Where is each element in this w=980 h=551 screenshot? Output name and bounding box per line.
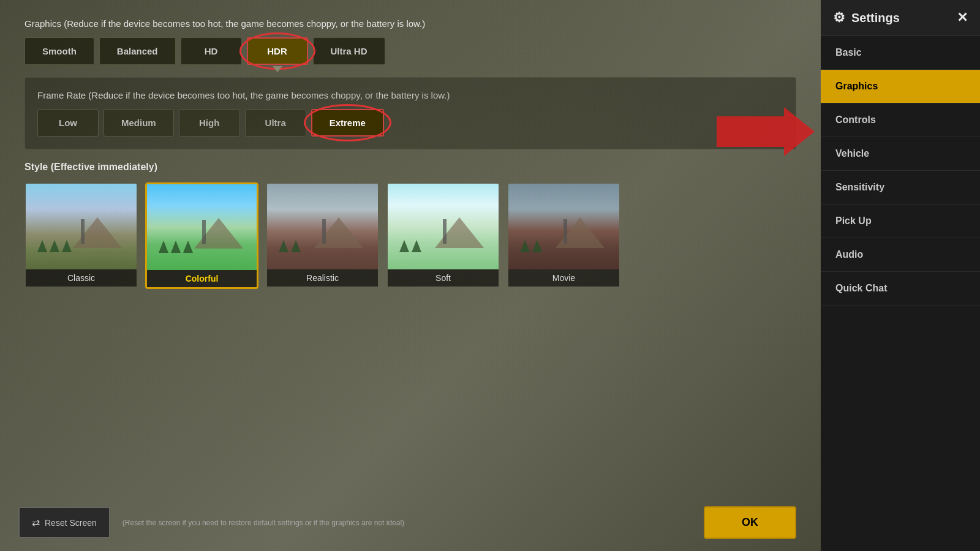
sidebar-pickup-label: Pick Up (835, 216, 872, 226)
tree-2 (50, 240, 59, 252)
style-card-classic[interactable]: Classic (24, 182, 138, 289)
sidebar-item-vehicle[interactable]: Vehicle (821, 137, 980, 171)
style-classic-name: Classic (26, 269, 137, 287)
sidebar-item-graphics[interactable]: Graphics (821, 70, 980, 103)
graphics-hdr-btn[interactable]: HDR (247, 37, 308, 65)
extreme-wrapper: Extreme (311, 109, 384, 137)
gear-icon: ⚙ (833, 10, 845, 26)
style-card-soft[interactable]: Soft (386, 182, 500, 289)
sidebar-item-audio[interactable]: Audio (821, 238, 980, 272)
sidebar-item-quickchat[interactable]: Quick Chat (821, 272, 980, 305)
style-realistic-image (267, 184, 379, 269)
framerate-button-row: Low Medium High Ultra Extreme (37, 109, 783, 137)
style-colorful-image (147, 184, 258, 270)
tree-6 (183, 241, 193, 253)
sidebar-audio-label: Audio (835, 249, 863, 260)
close-icon[interactable]: ✕ (957, 10, 968, 26)
sidebar-sensitivity-label: Sensitivity (835, 182, 884, 192)
sidebar-item-controls[interactable]: Controls (821, 103, 980, 137)
scene-realistic (267, 184, 379, 269)
framerate-low-btn[interactable]: Low (37, 109, 99, 137)
graphics-button-row: Smooth Balanced HD HDR Ultra HD (24, 37, 796, 65)
sidebar-item-sensitivity[interactable]: Sensitivity (821, 171, 980, 204)
style-label: Style (Effective immediately) (24, 162, 796, 173)
mountain-movie (556, 217, 605, 248)
reset-icon: ⇄ (32, 517, 40, 528)
tree-7 (279, 240, 288, 252)
sidebar-graphics-label: Graphics (835, 81, 878, 91)
reset-screen-label: Reset Screen (45, 518, 97, 528)
tree-10 (412, 240, 421, 252)
graphics-section: Graphics (Reduce if the device becomes t… (24, 18, 796, 65)
sidebar-item-pickup[interactable]: Pick Up (821, 204, 980, 238)
bottom-bar: ⇄ Reset Screen (Reset the screen if you … (18, 506, 796, 539)
style-card-realistic[interactable]: Realistic (266, 182, 379, 289)
style-colorful-name: Colorful (147, 270, 257, 287)
sidebar-item-basic[interactable]: Basic (821, 36, 980, 70)
sidebar-controls-label: Controls (835, 114, 876, 125)
tree-1 (37, 240, 47, 252)
framerate-ultra-btn[interactable]: Ultra (245, 109, 306, 137)
reset-screen-button[interactable]: ⇄ Reset Screen (18, 507, 110, 538)
sidebar-title: ⚙ Settings (833, 10, 900, 26)
framerate-high-btn[interactable]: High (179, 109, 240, 137)
trees-classic (37, 240, 72, 252)
scene-colorful (147, 184, 258, 270)
mountain-realistic (314, 217, 363, 248)
reset-note: (Reset the screen if you need to restore… (123, 519, 692, 527)
style-card-colorful[interactable]: Colorful (145, 182, 258, 289)
scene-movie (508, 184, 620, 269)
framerate-medium-btn[interactable]: Medium (104, 109, 174, 137)
tree-11 (520, 240, 530, 252)
graphics-smooth-btn[interactable]: Smooth (24, 37, 94, 65)
trees-soft (399, 240, 421, 252)
graphics-label: Graphics (Reduce if the device becomes t… (24, 18, 796, 29)
style-soft-image (388, 184, 500, 269)
framerate-extreme-btn[interactable]: Extreme (311, 109, 384, 137)
tree-5 (171, 241, 181, 253)
scene-soft (388, 184, 500, 269)
sidebar-basic-label: Basic (835, 47, 862, 58)
framerate-section: Frame Rate (Reduce if the device becomes… (24, 77, 796, 149)
mountain-soft (435, 217, 484, 248)
main-content: Graphics (Reduce if the device becomes t… (0, 0, 821, 551)
style-section: Style (Effective immediately) Classic (24, 162, 796, 289)
style-realistic-name: Realistic (267, 269, 378, 287)
sidebar-vehicle-label: Vehicle (835, 148, 869, 159)
tree-3 (62, 240, 72, 252)
graphics-hd-btn[interactable]: HD (181, 37, 242, 65)
sidebar-quickchat-label: Quick Chat (835, 283, 887, 293)
sidebar: ⚙ Settings ✕ Basic Graphics Controls Veh… (821, 0, 980, 551)
sidebar-header: ⚙ Settings ✕ (821, 0, 980, 36)
style-movie-image (508, 184, 620, 269)
tree-4 (159, 241, 168, 253)
tree-9 (399, 240, 409, 252)
scene-classic (26, 184, 138, 269)
tree-12 (532, 240, 542, 252)
style-soft-name: Soft (388, 269, 499, 287)
settings-title-text: Settings (851, 11, 900, 25)
hdr-triangle (273, 66, 282, 72)
graphics-balanced-btn[interactable]: Balanced (99, 37, 176, 65)
graphics-ultrahd-btn[interactable]: Ultra HD (313, 37, 385, 65)
trees-movie (520, 240, 542, 252)
ok-button[interactable]: OK (704, 506, 796, 539)
style-cards: Classic Colorful (24, 182, 796, 289)
trees-realistic (279, 240, 301, 252)
mountain-colorful (194, 218, 243, 249)
style-card-movie[interactable]: Movie (507, 182, 620, 289)
mountain-classic (73, 217, 122, 248)
framerate-label: Frame Rate (Reduce if the device becomes… (37, 90, 783, 100)
tree-8 (291, 240, 301, 252)
hdr-wrapper: HDR (247, 37, 308, 65)
style-movie-name: Movie (508, 269, 619, 287)
style-classic-image (26, 184, 138, 269)
trees-colorful (159, 241, 193, 253)
